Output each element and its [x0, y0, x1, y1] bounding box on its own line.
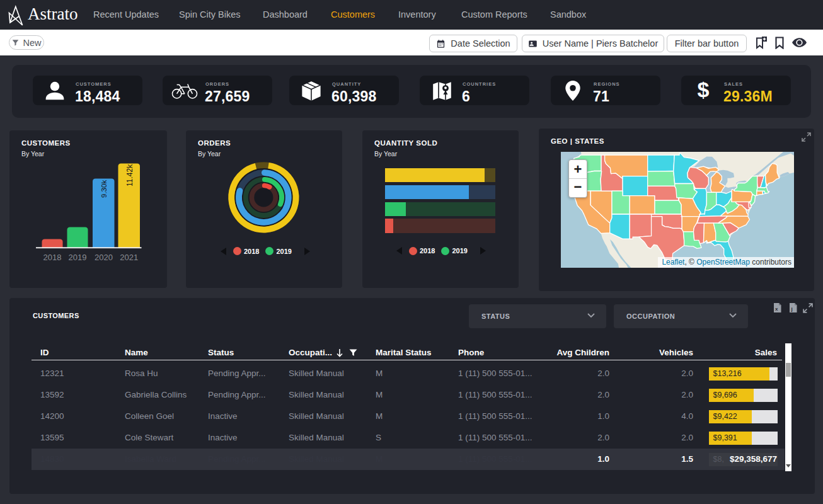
- svg-text:11.42k: 11.42k: [125, 164, 134, 186]
- svg-text:2019: 2019: [69, 253, 87, 262]
- svg-text:2021: 2021: [120, 253, 138, 262]
- svg-text:j: j: [791, 306, 793, 312]
- svg-text:2020: 2020: [95, 253, 113, 262]
- svg-text:2018: 2018: [43, 253, 62, 262]
- svg-text:x: x: [775, 306, 778, 312]
- svg-text:9.30k: 9.30k: [100, 180, 108, 198]
